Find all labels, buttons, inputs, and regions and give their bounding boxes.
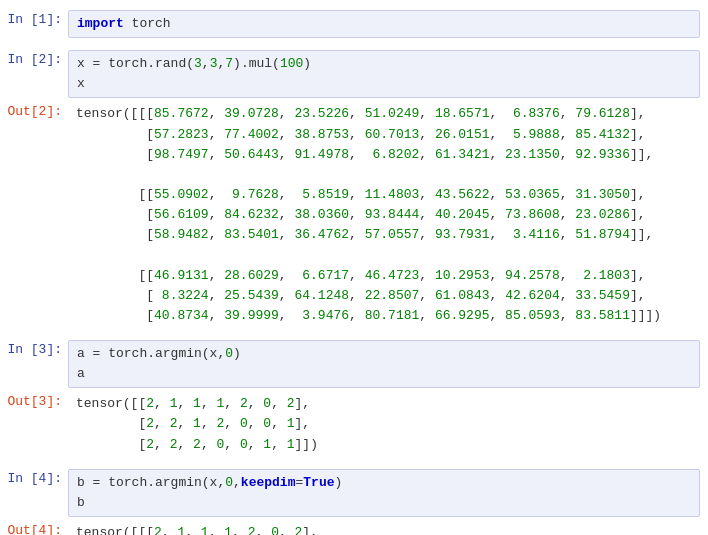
cell-3-out-label: Out[3]: — [0, 392, 68, 409]
cell-1-code-pre: import torch — [77, 14, 691, 34]
gap3 — [0, 330, 708, 338]
cell-4-output: tensor([[[2, 1, 1, 1, 2, 0, 2], [2, 2, 1… — [68, 521, 700, 535]
gap4 — [0, 459, 708, 467]
cell-4-out-row: Out[4]: tensor([[[2, 1, 1, 1, 2, 0, 2], … — [0, 519, 708, 535]
cell-2-output-pre: tensor([[[85.7672, 39.0728, 23.5226, 51.… — [76, 104, 692, 326]
cell-2-out-label: Out[2]: — [0, 102, 68, 119]
cell-3-code[interactable]: a = torch.argmin(x,0) a — [68, 340, 700, 388]
cell-2-output: tensor([[[85.7672, 39.0728, 23.5226, 51.… — [68, 102, 700, 328]
cell-4-code[interactable]: b = torch.argmin(x,0,keepdim=True) b — [68, 469, 700, 517]
cell-2-out-row: Out[2]: tensor([[[85.7672, 39.0728, 23.5… — [0, 100, 708, 330]
cell-3-output: tensor([[2, 1, 1, 1, 2, 0, 2], [2, 2, 1,… — [68, 392, 700, 456]
cell-4-in-label: In [4]: — [0, 469, 68, 486]
notebook: In [1]: import torch In [2]: x = torch.r… — [0, 0, 708, 535]
cell-3-code-pre: a = torch.argmin(x,0) a — [77, 344, 691, 384]
gap2 — [0, 40, 708, 48]
cell-3: In [3]: a = torch.argmin(x,0) a — [0, 338, 708, 390]
cell-3-out-row: Out[3]: tensor([[2, 1, 1, 1, 2, 0, 2], [… — [0, 390, 708, 458]
cell-3-in-label: In [3]: — [0, 340, 68, 357]
cell-1-code[interactable]: import torch — [68, 10, 700, 38]
gap1 — [0, 0, 708, 8]
cell-4-output-pre: tensor([[[2, 1, 1, 1, 2, 0, 2], [2, 2, 1… — [76, 523, 692, 535]
cell-4-out-label: Out[4]: — [0, 521, 68, 535]
cell-1: In [1]: import torch — [0, 8, 708, 40]
cell-2-in-label: In [2]: — [0, 50, 68, 67]
cell-1-in-label: In [1]: — [0, 10, 68, 27]
cell-4-code-pre: b = torch.argmin(x,0,keepdim=True) b — [77, 473, 691, 513]
cell-4: In [4]: b = torch.argmin(x,0,keepdim=Tru… — [0, 467, 708, 519]
cell-3-output-pre: tensor([[2, 1, 1, 1, 2, 0, 2], [2, 2, 1,… — [76, 394, 692, 454]
cell-2-code[interactable]: x = torch.rand(3,3,7).mul(100) x — [68, 50, 700, 98]
cell-2-code-pre: x = torch.rand(3,3,7).mul(100) x — [77, 54, 691, 94]
cell-2: In [2]: x = torch.rand(3,3,7).mul(100) x — [0, 48, 708, 100]
